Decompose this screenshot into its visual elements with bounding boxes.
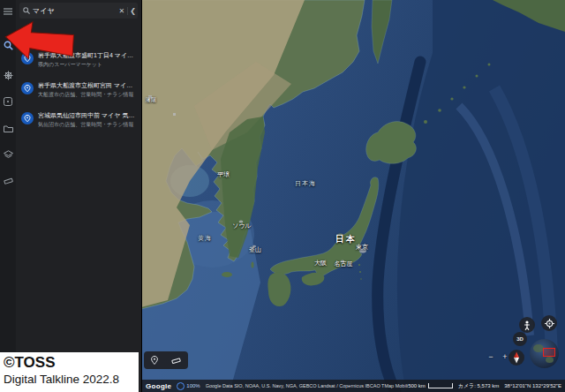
search-icon (23, 7, 30, 14)
search-icon (4, 41, 13, 50)
pegman-icon (524, 320, 531, 330)
search-result-item[interactable]: 岩手県大船渡市盛町1丁目4 マイヤ… 県内のスーパーマーケット (16, 46, 141, 73)
search-input[interactable]: マイヤ (33, 6, 117, 16)
map-label-city: 東京 (356, 243, 368, 252)
progress-ring-icon (177, 382, 185, 390)
place-pin-badge (21, 112, 34, 124)
result-title: 宮城県気仙沼市田中前 マイヤ 気仙沼店 (38, 111, 137, 119)
add-placemark-icon[interactable] (151, 356, 158, 365)
search-bar[interactable]: マイヤ ✕ ❮ (19, 3, 138, 19)
location-pin-icon (24, 115, 31, 122)
ruler-icon (4, 177, 13, 185)
dice-icon (4, 97, 12, 106)
measure-tool-icon[interactable] (171, 357, 181, 365)
my-location-button[interactable] (541, 315, 557, 331)
search-results: 岩手県大船渡市盛町1丁目4 マイヤ… 県内のスーパーマーケット 岩手県大船渡市立… (16, 46, 141, 133)
watermark-copyright: ©TOSS (4, 353, 139, 372)
result-subtitle: 県内のスーパーマーケット (38, 61, 137, 68)
map-label-city: 大阪 (314, 259, 327, 268)
folder-icon (4, 124, 13, 132)
zoom-controls: − + (486, 351, 510, 362)
map-label-city: 瀋陽 (146, 96, 156, 104)
feeling-lucky-button[interactable] (0, 90, 16, 113)
search-result-item[interactable]: 宮城県気仙沼市田中前 マイヤ 気仙沼店 気仙沼市の店舗、営業時間・チラシ情報 (16, 106, 141, 133)
left-icon-rail (0, 0, 16, 392)
map-label-sea: 日本海 (295, 179, 316, 188)
location-pin-icon (24, 85, 31, 92)
layers-icon (4, 150, 13, 159)
hamburger-icon (4, 8, 12, 15)
google-earth-window: マイヤ ✕ ❮ 岩手県大船渡市盛町1丁目4 マイヤ… 県内のスーパーマーケット (0, 0, 565, 392)
measure-button[interactable] (0, 170, 16, 192)
map-label-city: 平壌 (217, 170, 230, 179)
search-panel: マイヤ ✕ ❮ 岩手県大船渡市盛町1丁目4 マイヤ… 県内のスーパーマーケット (16, 0, 142, 392)
place-pin-badge (21, 52, 34, 64)
status-bar: Google 100% Google Data SIO, NOAA, U.S. … (141, 380, 565, 392)
scale-indicator: 500 km (408, 383, 453, 388)
map-style-button[interactable] (0, 143, 16, 166)
result-title: 岩手県大船渡市立根町宮田 マイヤ 大船渡店 (38, 81, 137, 89)
target-icon (545, 319, 554, 328)
map-label-sea: 黄海 (198, 234, 212, 243)
result-subtitle: 気仙沼市の店舗、営業時間・チラシ情報 (38, 121, 137, 128)
overview-globe[interactable] (530, 339, 559, 368)
google-logo: Google (146, 382, 171, 390)
ship-wheel-icon (4, 71, 13, 80)
location-pin-icon (24, 55, 31, 62)
search-result-item[interactable]: 岩手県大船渡市立根町宮田 マイヤ 大船渡店 大船渡市の店舗、営業時間・チラシ情報 (16, 76, 141, 103)
toss-watermark: ©TOSS Digital Talkline 2022.8 (0, 352, 139, 392)
map-viewport[interactable]: 瀋陽 平壌 ソウル 釜山 黄海 日本海 日本 東京 名古屋 大阪 − + (141, 0, 565, 392)
result-title: 岩手県大船渡市盛町1丁目4 マイヤ… (38, 51, 137, 59)
collapse-panel-icon[interactable]: ❮ (127, 7, 138, 15)
compass-button[interactable] (508, 350, 524, 366)
zoom-out-button[interactable]: − (486, 351, 496, 362)
map-label-country: 日本 (335, 233, 357, 245)
menu-button[interactable] (0, 0, 16, 23)
map-label-city: 名古屋 (335, 260, 353, 268)
map-label-city: ソウル (232, 222, 252, 230)
voyager-button[interactable] (0, 64, 16, 87)
progress-percent: 100% (186, 383, 200, 388)
scale-label: 500 km (408, 383, 426, 388)
satellite-terrain (141, 0, 565, 392)
camera-coordinates: 38°12'01"N 132°29'52"E (504, 383, 561, 388)
camera-altitude: カメラ: 5,573 km (458, 382, 499, 390)
search-button[interactable] (0, 34, 16, 57)
map-label-city: 釜山 (249, 245, 261, 254)
pegman-button[interactable] (519, 317, 535, 333)
map-toolbar (144, 351, 188, 369)
projects-button[interactable] (0, 117, 16, 139)
place-pin-badge (21, 82, 34, 94)
3d-toggle-button[interactable]: 3D (513, 332, 527, 346)
globe-viewport-rect (543, 348, 555, 357)
result-subtitle: 大船渡市の店舗、営業時間・チラシ情報 (38, 91, 137, 98)
watermark-credit: Digital Talkline 2022.8 (4, 372, 139, 387)
globe-landmass (546, 357, 554, 363)
stream-progress: 100% (177, 382, 200, 390)
compass-needle-icon (512, 351, 521, 364)
scale-bar (428, 383, 453, 388)
clear-search-icon[interactable]: ✕ (117, 7, 128, 15)
imagery-attribution: Google Data SIO, NOAA, U.S. Navy, NGA, G… (206, 383, 408, 388)
